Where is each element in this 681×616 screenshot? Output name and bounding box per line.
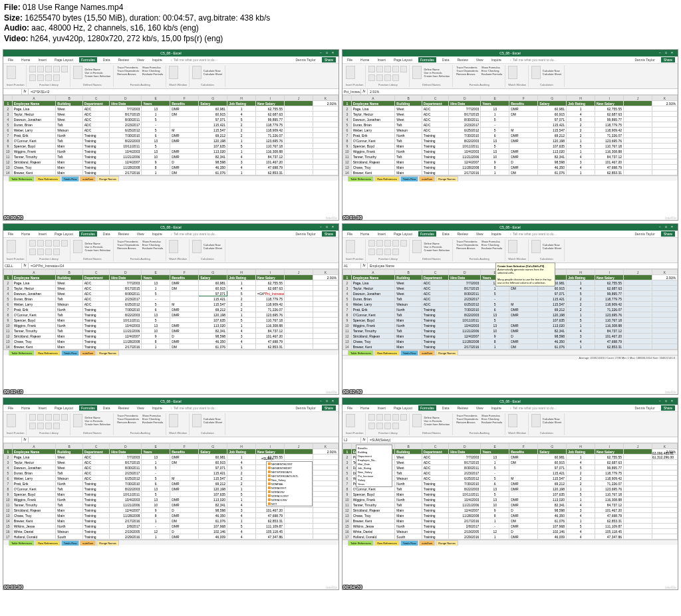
text-icon[interactable] [400,414,407,421]
row-header[interactable]: 8 [4,312,13,318]
sheet-tab[interactable]: Range Names [436,350,458,356]
minimize-icon[interactable]: − [320,225,325,230]
name-manager-icon[interactable] [73,414,82,427]
row-header[interactable]: 12 [343,334,352,339]
formula-input[interactable]: 2.91% [368,89,678,94]
insert-function-icon[interactable] [7,240,16,253]
tab-insert[interactable]: Insert [375,231,388,237]
tab-file[interactable]: File [6,231,15,237]
tab-review[interactable]: Review [455,231,470,237]
tab-home[interactable]: Home [19,231,32,237]
sheet-tab[interactable]: Range Names [436,176,458,181]
row-header[interactable]: 12 [343,159,352,165]
sheet-tab[interactable]: Totals Row [400,176,419,181]
sheet-tab[interactable]: Range Names [96,350,119,356]
math-icon[interactable] [384,74,391,81]
text-icon[interactable] [400,240,407,247]
col-header[interactable]: A [12,270,56,275]
col-header[interactable]: B [56,96,82,101]
tab-insert[interactable]: Insert [375,405,388,411]
sheet-tab[interactable]: Row References [35,540,61,546]
row-header[interactable]: 11 [343,154,352,159]
sheet-tab[interactable]: Range Names [96,176,119,181]
col-header[interactable]: I [595,270,624,275]
date-icon[interactable] [29,423,36,429]
create-from-selection-button[interactable]: Create from Selection [423,249,450,252]
minimize-icon[interactable]: − [659,51,664,56]
col-header[interactable]: I [595,96,624,101]
sheet-tab[interactable]: Row References [374,540,400,546]
name-manager-icon[interactable] [73,240,82,253]
tab-view[interactable]: View [135,57,146,62]
row-header[interactable]: 10 [4,323,13,328]
col-header[interactable]: H [227,444,256,449]
row-header[interactable]: 6 [343,302,352,307]
row-header[interactable]: 2 [343,280,352,286]
col-header[interactable]: B [56,444,82,449]
tell-me-box[interactable]: ♀ Tell me what you want to do... [168,231,290,237]
tab-page-layout[interactable]: Page Layout [392,57,414,62]
minimize-icon[interactable]: − [659,225,664,230]
row-header[interactable]: 7 [343,133,352,138]
col-header[interactable]: K [652,96,678,101]
tab-inquire[interactable]: Inquire [489,57,503,62]
tab-insert[interactable]: Insert [375,57,388,62]
recent-icon[interactable] [376,240,383,247]
tab-page-layout[interactable]: Page Layout [53,231,75,237]
fin-icon[interactable] [384,240,391,247]
col-header[interactable]: K [313,96,339,101]
row-header[interactable]: 14 [4,518,13,524]
watch-window-icon[interactable] [508,240,517,253]
row-header[interactable]: 7 [4,133,13,138]
row-header[interactable]: 6 [343,128,352,133]
spreadsheet[interactable]: ABCDEFGHIJK1Employee NameBuildingDepartm… [342,443,678,540]
tab-home[interactable]: Home [19,57,32,62]
row-header[interactable]: 2 [343,455,352,460]
fx-icon[interactable]: fx [361,437,368,443]
row-header[interactable]: 4 [343,117,352,122]
row-header[interactable]: 12 [4,159,13,165]
row-header[interactable]: 6 [4,128,13,133]
tell-me-box[interactable]: ♀ Tell me what you want to do... [168,405,290,411]
tab-data[interactable]: Data [101,405,112,411]
tab-formulas[interactable]: Formulas [79,231,97,237]
dropdown-item[interactable]: Years [357,482,391,486]
log-icon[interactable] [53,240,60,247]
col-header[interactable]: J [285,96,313,101]
col-header[interactable] [4,96,13,101]
tab-file[interactable]: File [6,57,15,62]
name-box[interactable]: Pct_Increa... [342,89,361,94]
row-header[interactable]: 12 [4,334,13,339]
sheet-tab[interactable]: autoSum [80,540,96,546]
maximize-icon[interactable]: □ [326,399,331,404]
tab-insert[interactable]: Insert [36,405,49,411]
watch-window-icon[interactable] [169,240,178,253]
col-header[interactable]: E [481,96,509,101]
name-dropdown[interactable]: BenefitsBuildingDepartmentEmployee_Na...… [356,445,392,487]
tab-review[interactable]: Review [116,57,130,62]
name-manager-icon[interactable] [412,240,422,253]
row-header[interactable]: 13 [4,339,13,344]
calc-options-icon[interactable] [192,66,202,79]
col-header[interactable]: F [170,96,199,101]
autocomplete-dropdown[interactable]: NEGBINOM.DISTNEGBINOMDISTNETWORKDAYSNETW… [266,461,313,506]
more-icon[interactable] [53,249,60,255]
col-header[interactable]: I [256,444,285,449]
tab-review[interactable]: Review [455,57,470,62]
row-header[interactable]: 1 [4,449,13,455]
recent-icon[interactable] [37,414,44,421]
name-box[interactable]: CELL [3,263,22,268]
log-icon[interactable] [53,66,60,72]
row-header[interactable]: 11 [4,502,13,508]
lookup-icon[interactable] [376,249,383,255]
col-header[interactable]: D [110,444,142,449]
col-header[interactable]: A [12,444,56,449]
minimize-icon[interactable]: − [320,399,325,404]
row-header[interactable]: 11 [343,328,352,334]
row-header[interactable]: 15 [4,524,13,529]
name-manager-icon[interactable] [412,66,422,79]
row-header[interactable]: 10 [343,497,352,502]
col-header[interactable]: E [142,96,170,101]
row-header[interactable]: 4 [343,465,352,470]
log-icon[interactable] [392,414,399,421]
